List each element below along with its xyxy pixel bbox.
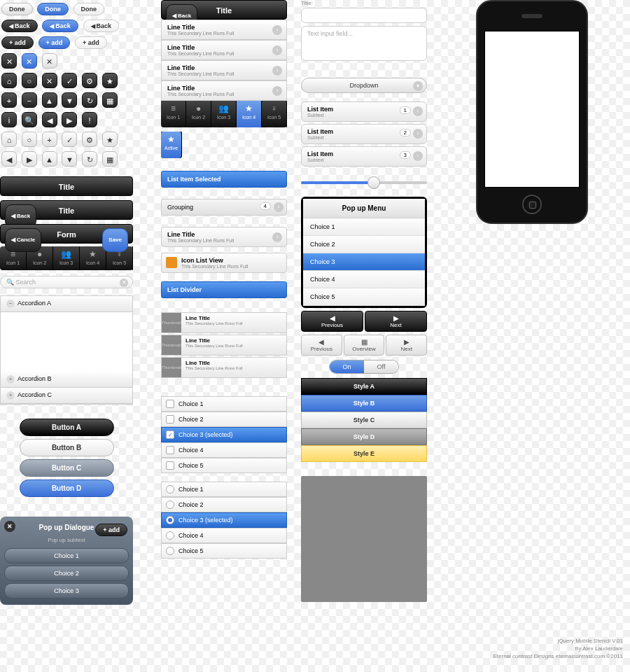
popmenu-choice-3[interactable]: Choice 3 xyxy=(303,253,425,271)
right-icon[interactable]: ▶ xyxy=(62,112,77,127)
check-3-selected[interactable]: ✓Choice 3 (selected) xyxy=(161,427,287,442)
popmenu-choice-2[interactable]: Choice 2 xyxy=(303,236,425,253)
check-5[interactable]: Choice 5 xyxy=(161,458,287,473)
star-icon-lt[interactable]: ★ xyxy=(102,132,118,147)
right-icon-lt[interactable]: ▶ xyxy=(22,151,37,167)
clear-icon[interactable]: ✕ xyxy=(120,279,128,287)
close-icon-blue[interactable]: ✕ xyxy=(22,53,37,69)
down-icon-lt[interactable]: ▼ xyxy=(62,151,77,167)
tab-2[interactable]: ●Icon 2 xyxy=(186,101,211,127)
home-icon-lt[interactable]: ⌂ xyxy=(1,132,17,147)
down-icon[interactable]: ▼ xyxy=(62,92,77,108)
check-1[interactable]: Choice 1 xyxy=(161,396,287,412)
close-icon-light[interactable]: ✕ xyxy=(42,53,57,69)
button-b[interactable]: Button B xyxy=(20,439,114,456)
alert-icon[interactable]: ! xyxy=(82,112,97,127)
style-c[interactable]: Style C xyxy=(301,412,427,428)
popup-choice-3[interactable]: Choice 3 xyxy=(4,583,129,598)
save-button[interactable]: Save xyxy=(102,228,128,252)
text-input[interactable]: Text input field... xyxy=(301,26,427,61)
popmenu-choice-1[interactable]: Choice 1 xyxy=(303,218,425,236)
tab-active-chip[interactable]: ★Active xyxy=(161,132,182,158)
style-e[interactable]: Style E xyxy=(301,445,427,462)
done-button-gray[interactable]: Done xyxy=(1,3,33,15)
icon-list-row[interactable]: Icon List ViewThis Secondary Line Runs F… xyxy=(161,253,287,273)
popup-choice-2[interactable]: Choice 2 xyxy=(4,566,129,581)
plus-icon[interactable]: + xyxy=(1,92,17,108)
back-button-white[interactable]: ◀Back xyxy=(83,20,120,32)
radio-1[interactable]: Choice 1 xyxy=(161,482,287,497)
popmenu-choice-4[interactable]: Choice 4 xyxy=(303,271,425,288)
radio-5[interactable]: Choice 5 xyxy=(161,543,287,559)
style-d[interactable]: Style D xyxy=(301,428,427,445)
list-item-3[interactable]: List ItemSubtext3› xyxy=(301,146,427,167)
info-icon[interactable]: i xyxy=(1,112,17,127)
check-2[interactable]: Choice 2 xyxy=(161,412,287,427)
gear-icon[interactable]: ⚙ xyxy=(82,73,97,88)
list-row[interactable]: Line TitleThis Secondary Line Runs Full› xyxy=(161,60,287,80)
delete-icon[interactable]: ✕ xyxy=(42,73,57,88)
slider[interactable] xyxy=(301,176,427,190)
prev-button[interactable]: ◀Previous xyxy=(301,311,363,332)
add-button[interactable]: + add xyxy=(95,524,127,536)
list-row[interactable]: Line TitleThis Secondary Line Runs Full› xyxy=(161,40,287,60)
tab-4-active[interactable]: ★Icon 4 xyxy=(237,101,262,127)
tab-1[interactable]: ≡Icon 1 xyxy=(161,101,186,127)
up-icon[interactable]: ▲ xyxy=(42,92,57,108)
check-icon[interactable]: ✓ xyxy=(62,73,77,88)
overview-button[interactable]: ▦Overview xyxy=(344,335,385,356)
accordion-b[interactable]: +Accordion B xyxy=(1,372,132,388)
done-button-white[interactable]: Done xyxy=(74,3,105,15)
next-button-lt[interactable]: ▶Next xyxy=(386,335,427,356)
add-button-dark[interactable]: + add xyxy=(1,36,34,49)
add-button-white[interactable]: + add xyxy=(75,36,107,49)
dropdown[interactable]: Dropdown▾ xyxy=(301,78,427,93)
star-icon[interactable]: ★ xyxy=(102,73,118,88)
back-button-blue[interactable]: ◀Back xyxy=(42,20,78,32)
list-item-1[interactable]: List ItemSubtext1› xyxy=(301,102,427,122)
minus-icon[interactable]: − xyxy=(22,92,37,108)
list-item-2[interactable]: List ItemSubtext2› xyxy=(301,124,427,144)
title-input[interactable] xyxy=(301,8,427,23)
button-d[interactable]: Button D xyxy=(20,479,114,497)
grid-icon-lt[interactable]: ▦ xyxy=(102,151,118,167)
list-row[interactable]: Line TitleThis Secondary Line Runs Full› xyxy=(161,20,287,40)
accordion-a[interactable]: −Accordion A xyxy=(1,296,132,312)
back-button-dark[interactable]: ◀Back xyxy=(1,20,38,32)
check-icon-lt[interactable]: ✓ xyxy=(62,132,77,147)
line-row[interactable]: Line TitleThis Secondary Line Runs Full› xyxy=(161,227,287,247)
search-input[interactable]: 🔍 Search✕ xyxy=(0,276,133,288)
popmenu-choice-5[interactable]: Choice 5 xyxy=(303,288,425,306)
list-row[interactable]: Line TitleThis Secondary Line Runs Full› xyxy=(161,80,287,101)
tab-5[interactable]: ♀Icon 5 xyxy=(262,101,287,127)
slider-knob[interactable] xyxy=(368,176,380,189)
gear-icon-lt[interactable]: ⚙ xyxy=(82,132,97,147)
plus-icon-lt[interactable]: + xyxy=(42,132,57,147)
next-button[interactable]: ▶Next xyxy=(365,311,427,332)
toggle-switch[interactable]: OnOff xyxy=(329,360,399,374)
accordion-c[interactable]: +Accordion C xyxy=(1,388,132,404)
radio-4[interactable]: Choice 4 xyxy=(161,528,287,543)
circle-icon[interactable]: ○ xyxy=(22,73,37,88)
thumb-row[interactable]: ThumbnailLine TitleThis Secondary Line R… xyxy=(161,357,287,378)
refresh-icon-lt[interactable]: ↻ xyxy=(82,151,97,167)
home-button[interactable] xyxy=(522,195,542,214)
cancel-button[interactable]: ◀Cancle xyxy=(5,228,41,252)
button-a[interactable]: Button A xyxy=(20,419,114,436)
done-button-blue[interactable]: Done xyxy=(37,3,69,15)
home-icon[interactable]: ⌂ xyxy=(1,73,17,88)
refresh-icon[interactable]: ↻ xyxy=(82,92,97,108)
tab-icon3[interactable]: 👥Icon 3 xyxy=(53,246,80,270)
grouping-row[interactable]: Grouping4› xyxy=(161,199,287,216)
button-c[interactable]: Button C xyxy=(20,459,114,477)
radio-2[interactable]: Choice 2 xyxy=(161,497,287,512)
thumb-row[interactable]: ThumbnailLine TitleThis Secondary Line R… xyxy=(161,312,287,333)
search-icon[interactable]: 🔍 xyxy=(22,112,37,127)
up-icon-lt[interactable]: ▲ xyxy=(42,151,57,167)
radio-3-selected[interactable]: Choice 3 (selected) xyxy=(161,512,287,528)
circle-icon-lt[interactable]: ○ xyxy=(22,132,37,147)
style-a[interactable]: Style A xyxy=(301,378,427,395)
left-icon-lt[interactable]: ◀ xyxy=(1,151,17,167)
tab-3[interactable]: 👥Icon 3 xyxy=(211,101,237,127)
close-icon[interactable]: ✕ xyxy=(4,521,15,532)
